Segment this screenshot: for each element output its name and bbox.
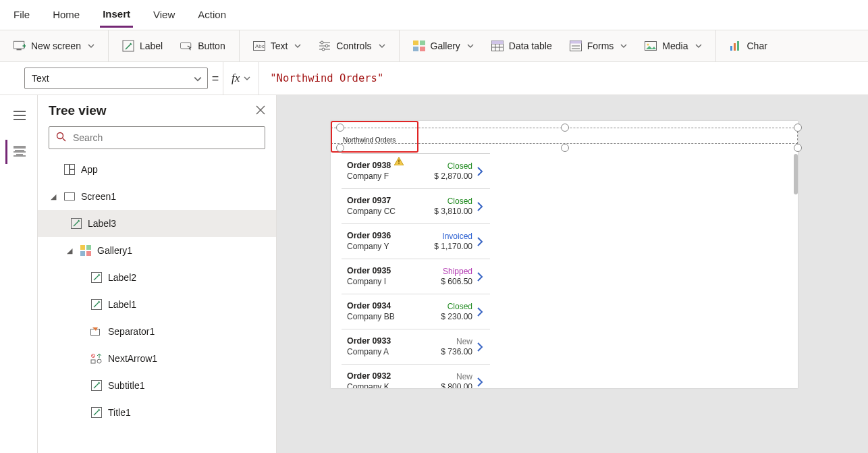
gallery-row[interactable]: Order 0937Company CCClosed$ 3,810.00	[342, 189, 490, 224]
close-panel-button[interactable]	[256, 105, 265, 117]
property-selector[interactable]: Text	[24, 68, 208, 89]
svg-rect-31	[86, 251, 91, 256]
order-title: Order 0932	[347, 371, 438, 382]
insert-forms-button[interactable]: Forms	[566, 37, 632, 55]
gallery-row[interactable]: Order 0932Company KNew$ 800.00	[342, 365, 490, 388]
orders-gallery[interactable]: Order 0938Company FClosed$ 2,870.00Order…	[342, 153, 490, 388]
order-status: Invoiced	[442, 232, 472, 242]
next-arrow-icon[interactable]	[475, 200, 487, 213]
tree-label: NextArrow1	[108, 353, 157, 364]
insert-label-button[interactable]: Label	[118, 37, 167, 55]
menu-insert[interactable]: Insert	[100, 2, 133, 28]
search-icon	[56, 132, 66, 144]
tree-view-rail-button[interactable]	[5, 140, 32, 164]
next-arrow-icon[interactable]	[475, 340, 487, 354]
tree-node-separator[interactable]: Separator1	[38, 318, 276, 345]
formula-input[interactable]: "Northwind Orders"	[259, 72, 868, 84]
insert-text-label: Text	[271, 41, 288, 51]
order-company: Company BB	[347, 312, 438, 322]
search-box[interactable]	[49, 126, 265, 149]
order-status: New	[456, 337, 472, 347]
gallery-row[interactable]: Order 0933Company ANew$ 736.00	[342, 329, 490, 365]
label-icon	[90, 298, 103, 311]
gallery-icon	[413, 40, 425, 52]
next-arrow-icon[interactable]	[475, 270, 487, 284]
gallery-scrollbar[interactable]	[794, 154, 798, 194]
fx-button[interactable]: fx	[223, 62, 259, 95]
search-input[interactable]	[72, 132, 258, 144]
canvas[interactable]: Northwind Orders Order 0938Company FClos…	[277, 95, 868, 453]
label-icon	[90, 379, 103, 392]
insert-gallery-label: Gallery	[431, 41, 460, 51]
gallery-row[interactable]: Order 0935Company IShipped$ 606.50	[342, 259, 490, 294]
tree-node-label2[interactable]: Label2	[38, 264, 276, 291]
insert-gallery-button[interactable]: Gallery	[409, 37, 478, 55]
gallery-row[interactable]: Order 0936Company YInvoiced$ 1,170.00	[342, 224, 490, 259]
insert-media-button[interactable]: Media	[641, 37, 705, 55]
new-screen-button[interactable]: New screen	[9, 37, 99, 55]
left-rail	[0, 95, 38, 453]
tree-label: Label2	[108, 272, 136, 283]
tree-node-label1[interactable]: Label1	[38, 291, 276, 318]
menu-file[interactable]: File	[11, 3, 32, 26]
ribbon: New screen Label Button Abc	[0, 30, 868, 62]
order-amount: $ 2,870.00	[434, 171, 472, 182]
insert-data-table-button[interactable]: Data table	[487, 37, 556, 55]
hamburger-button[interactable]	[5, 103, 32, 128]
menu-view[interactable]: View	[151, 3, 178, 26]
next-arrow-icon[interactable]	[475, 165, 487, 178]
gallery-row[interactable]: Order 0938Company FClosed$ 2,870.00	[342, 154, 490, 189]
canvas-label-text[interactable]: Northwind Orders	[343, 136, 396, 144]
svg-point-7	[325, 45, 328, 47]
svg-rect-29	[86, 245, 91, 250]
next-arrow-icon[interactable]	[475, 305, 487, 319]
app-preview[interactable]: Northwind Orders Order 0938Company FClos…	[331, 121, 798, 388]
tree-node-subtitle[interactable]: Subtitle1	[38, 372, 276, 399]
svg-rect-14	[491, 41, 503, 45]
label-icon	[70, 217, 82, 230]
tree-label: Title1	[108, 407, 131, 418]
tree-node-gallery[interactable]: ◢ Gallery1	[38, 237, 276, 264]
order-status: New	[456, 372, 472, 382]
order-title: Order 0934	[347, 301, 438, 312]
insert-controls-button[interactable]: Controls	[315, 37, 389, 55]
gallery-row[interactable]: Order 0934Company BBClosed$ 230.00	[342, 294, 490, 329]
insert-chart-button[interactable]: Char	[726, 37, 771, 55]
insert-button-button[interactable]: Button	[176, 37, 229, 55]
chevron-down-icon	[467, 43, 474, 49]
menu-action[interactable]: Action	[195, 3, 229, 26]
chart-icon	[730, 40, 742, 52]
chevron-down-icon	[294, 43, 301, 49]
tree-node-title[interactable]: Title1	[38, 399, 276, 426]
order-status: Closed	[447, 302, 472, 312]
chevron-down-icon	[194, 75, 200, 82]
text-icon: Abc	[253, 40, 265, 52]
svg-rect-20	[734, 43, 736, 51]
order-status: Shipped	[443, 267, 472, 277]
order-amount: $ 3,810.00	[434, 207, 472, 217]
tree-node-screen[interactable]: ◢ Screen1	[38, 183, 276, 210]
order-company: Company I	[347, 277, 438, 287]
controls-icon	[319, 40, 331, 52]
insert-label-text: Label	[140, 41, 163, 51]
tree-node-label3[interactable]: Label3	[38, 210, 276, 237]
insert-button-text: Button	[198, 41, 225, 51]
menu-home[interactable]: Home	[50, 3, 82, 26]
insert-data-table-label: Data table	[509, 41, 552, 51]
order-status: Closed	[447, 161, 472, 171]
tree-node-nextarrow[interactable]: NextArrow1	[38, 345, 276, 372]
svg-text:Abc: Abc	[255, 43, 265, 49]
tree-node-app[interactable]: App	[38, 156, 276, 183]
order-company: Company K	[347, 382, 438, 388]
order-amount: $ 1,170.00	[434, 242, 472, 252]
svg-point-8	[322, 48, 325, 51]
data-table-icon	[491, 40, 504, 52]
order-amount: $ 736.00	[441, 347, 472, 357]
next-arrow-icon[interactable]	[475, 375, 487, 389]
next-arrow-icon[interactable]	[475, 235, 487, 248]
svg-point-37	[97, 359, 101, 363]
insert-text-button[interactable]: Abc Text	[249, 37, 306, 55]
fx-icon: fx	[232, 72, 240, 85]
svg-rect-0	[13, 41, 24, 49]
order-amount: $ 230.00	[441, 312, 472, 322]
